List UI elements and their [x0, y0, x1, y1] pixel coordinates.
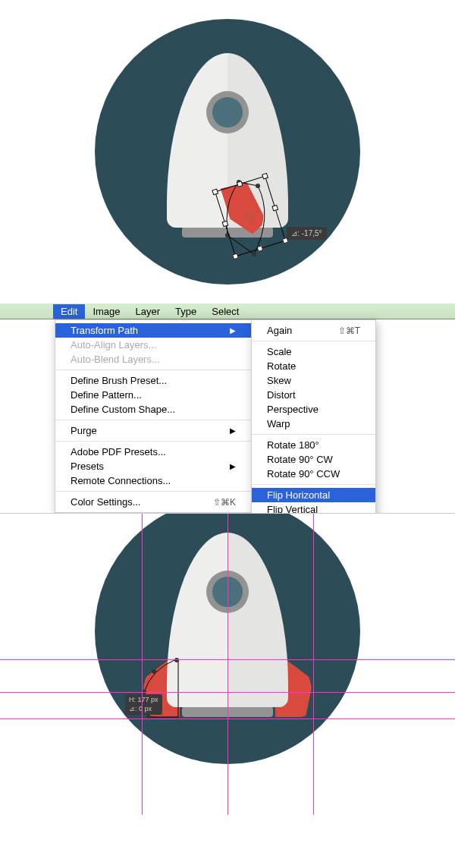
canvas-bottom[interactable]: H: 177 px ⊿: 0 px [0, 513, 455, 815]
menu-define-pattern[interactable]: Define Pattern... [55, 388, 251, 402]
menu-item-label: Auto-Blend Layers... [71, 354, 160, 365]
menu-separator [252, 434, 375, 435]
menu-define-shape[interactable]: Define Custom Shape... [55, 402, 251, 417]
menu-auto-blend: Auto-Blend Layers... [55, 352, 251, 366]
menu-item-label: Presets [71, 461, 104, 472]
submenu-skew[interactable]: Skew [252, 373, 375, 388]
menu-separator [55, 441, 251, 442]
submenu-arrow-icon: ▶ [230, 426, 236, 435]
menu-color-settings[interactable]: Color Settings... ⇧⌘K [55, 495, 251, 509]
angle-icon: ⊿: [291, 229, 300, 237]
transform-handle-ml[interactable] [222, 221, 229, 228]
submenu-rotate-90-ccw[interactable]: Rotate 90° CCW [252, 467, 375, 481]
submenu-scale[interactable]: Scale [252, 344, 375, 359]
menu-separator [55, 420, 251, 420]
rocket-body-left [167, 533, 228, 707]
menu-item-label: Auto-Align Layers... [71, 339, 156, 351]
measure-v: ⊿: 0 px [129, 705, 158, 714]
menu-item-label: Perspective [267, 404, 318, 415]
menu-item-label: Warp [267, 418, 290, 429]
submenu-rotate-90-cw[interactable]: Rotate 90° CW [252, 452, 375, 467]
transform-submenu[interactable]: Again ⇧⌘T Scale Rotate Skew Distort Pers… [251, 319, 376, 520]
menu-remote-connections[interactable]: Remote Connections... [55, 473, 251, 488]
submenu-warp[interactable]: Warp [252, 417, 375, 431]
submenu-arrow-icon: ▶ [230, 462, 236, 470]
menu-purge[interactable]: Purge ▶ [55, 423, 251, 438]
menu-item-label: Rotate 90° CCW [267, 468, 340, 480]
anchor-point[interactable] [152, 669, 156, 674]
measurement-tooltip: H: 177 px ⊿: 0 px [125, 694, 162, 715]
menu-item-label: Define Pattern... [71, 389, 142, 401]
guide-vertical[interactable] [313, 514, 314, 815]
menu-auto-align: Auto-Align Layers... [55, 338, 251, 352]
menu-item-label: Scale [267, 346, 292, 357]
rocket-body-right [228, 533, 288, 707]
menu-define-brush[interactable]: Define Brush Preset... [55, 373, 251, 388]
submenu-rotate-180[interactable]: Rotate 180° [252, 438, 375, 452]
submenu-perspective[interactable]: Perspective [252, 402, 375, 417]
menu-item-label: Define Custom Shape... [71, 404, 175, 415]
rotation-angle-tooltip: ⊿: -17,5° [287, 227, 327, 240]
menu-item-label: Define Brush Preset... [71, 375, 167, 386]
anchor-point[interactable] [174, 658, 179, 662]
menu-item-label: Rotate 180° [267, 439, 319, 451]
menu-item-label: Flip Horizontal [267, 489, 330, 501]
menubar-type[interactable]: Type [168, 304, 204, 319]
edit-dropdown: Transform Path ▶ Auto-Align Layers... Au… [0, 319, 455, 513]
submenu-again[interactable]: Again ⇧⌘T [252, 323, 375, 338]
menu-shortcut: ⇧⌘T [338, 326, 360, 336]
menubar-edit[interactable]: Edit [53, 304, 85, 319]
menu-shortcut: ⇧⌘K [213, 497, 236, 508]
menu-separator [252, 484, 375, 485]
submenu-arrow-icon: ▶ [230, 326, 236, 335]
menu-presets[interactable]: Presets ▶ [55, 459, 251, 473]
menu-item-label: Rotate 90° CW [267, 454, 333, 465]
application-menubar[interactable]: Edit Image Layer Type Select [0, 303, 455, 319]
submenu-distort[interactable]: Distort [252, 388, 375, 402]
guide-vertical[interactable] [228, 514, 228, 815]
menu-item-label: Skew [267, 375, 291, 386]
menu-separator [252, 341, 375, 341]
menubar-layer[interactable]: Layer [128, 304, 168, 319]
menu-item-label: Purge [71, 425, 97, 436]
menu-item-label: Remote Connections... [71, 475, 171, 486]
menu-item-label: Rotate [267, 360, 296, 372]
menu-separator [55, 491, 251, 492]
menu-item-label: Adobe PDF Presets... [71, 446, 166, 458]
porthole-inner [212, 97, 243, 127]
measure-h: H: 177 px [129, 696, 158, 705]
guide-vertical[interactable] [142, 514, 143, 815]
canvas-top[interactable]: ⊿: -17,5° [0, 0, 455, 303]
menu-item-label: Again [267, 325, 292, 336]
menubar-image[interactable]: Image [85, 304, 127, 319]
rocket-artwork-circle [95, 19, 360, 285]
menu-area: Edit Image Layer Type Select Transform P… [0, 303, 455, 513]
edit-menu[interactable]: Transform Path ▶ Auto-Align Layers... Au… [55, 319, 252, 513]
transform-handle-bl[interactable] [232, 253, 239, 259]
transform-center-point[interactable] [243, 209, 257, 223]
menu-item-label: Color Settings... [71, 496, 141, 508]
svg-point-2 [252, 252, 256, 256]
menubar-select[interactable]: Select [204, 304, 246, 319]
menu-transform-path[interactable]: Transform Path ▶ [55, 323, 251, 338]
submenu-rotate[interactable]: Rotate [252, 359, 375, 373]
menu-pdf-presets[interactable]: Adobe PDF Presets... [55, 445, 251, 459]
menu-item-label: Distort [267, 389, 296, 401]
transform-handle-bm[interactable] [257, 245, 264, 252]
menu-item-label: Transform Path [71, 325, 138, 336]
submenu-flip-horizontal[interactable]: Flip Horizontal [252, 488, 375, 502]
menu-separator [55, 370, 251, 370]
angle-value: -17,5° [302, 229, 322, 237]
